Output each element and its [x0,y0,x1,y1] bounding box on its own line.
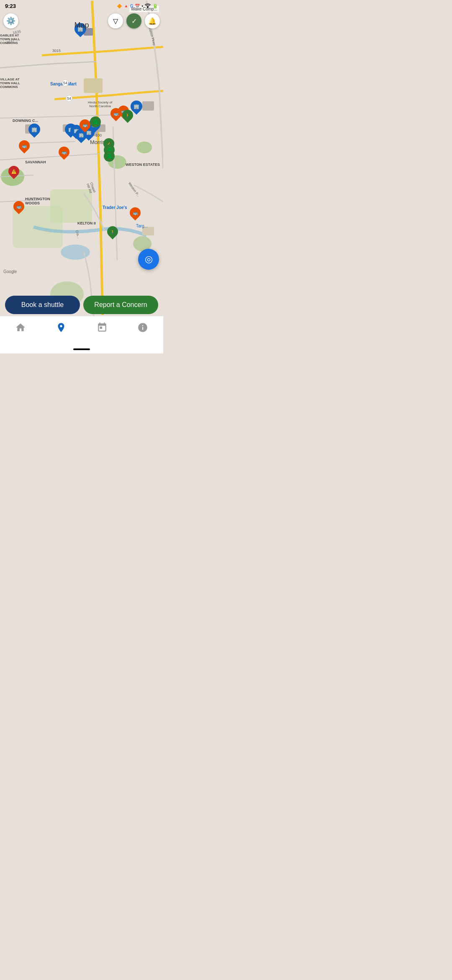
svg-rect-11 [142,101,154,111]
road-54b: 54 [66,95,72,102]
home-indicator [73,348,90,350]
nav-home[interactable] [0,320,41,337]
map-controls: ▽ ✓ 🔔 [108,13,160,28]
label-target: Targ... [136,224,148,228]
label-downing: DOWNING C... [13,119,38,123]
map-title: Map [74,21,89,30]
svg-point-2 [137,142,152,153]
label-weston: WESTON ESTATES [126,162,160,167]
info-icon [137,322,148,335]
road-3015: 3015 [52,49,61,53]
label-savannah: SAVANNAH [25,160,46,164]
wifi-icon [145,3,151,8]
status-bar: 9:23 🔶 🔺 G 📅 • 🔋 [0,0,163,12]
settings-button[interactable]: ⚙️ [3,13,18,28]
nav-info[interactable] [123,320,164,337]
google-watermark: Google [3,269,17,274]
location-icon: ◎ [145,254,153,265]
calendar-status-icon: 📅 [135,4,140,8]
filter-icon: ▽ [113,17,118,25]
road-54a: 54 [62,80,69,86]
road-100: 100 [95,133,102,137]
calendar-icon [97,322,108,335]
svg-rect-17 [84,78,103,93]
label-kelton: KELTON II [77,221,96,225]
google-icon: G [130,4,134,8]
home-icon [15,322,26,335]
label-huntington: HUNTINGTONWOODS [25,197,50,205]
bookmark-button[interactable]: ✓ [126,13,141,28]
notification-icon-1: 🔶 [117,4,122,8]
report-concern-button[interactable]: Report a Concern [83,296,158,314]
book-shuttle-button[interactable]: Book a shuttle [5,296,80,314]
location-button[interactable]: ◎ [138,249,159,270]
pin-tree-1[interactable]: 🌲 [90,116,101,127]
map-view[interactable]: GABLES ATTOWN HALLCOMMONS VILLAGE ATTOWN… [0,0,163,316]
area-label-village: VILLAGE ATTOWN HALLCOMMONS [0,77,20,89]
map-pin-icon [56,322,67,335]
battery-icon: 🔋 [152,3,158,9]
nav-schedule[interactable] [82,320,123,337]
notification-icon-2: 🔺 [123,4,128,8]
gear-icon: ⚙️ [6,16,15,26]
action-buttons-container: Book a shuttle Report a Concern [0,296,163,314]
bell-icon: 🔔 [148,17,157,25]
nav-map[interactable] [41,320,82,337]
pin-tree-3[interactable]: 🌲 [104,151,115,162]
check-icon: ✓ [131,17,137,25]
filter-button[interactable]: ▽ [108,13,123,28]
label-hindu: Hindu Society ofNorth Carolina [88,101,112,108]
notification-button[interactable]: 🔔 [145,13,160,28]
svg-rect-18 [142,227,154,235]
bottom-nav [0,316,163,353]
label-traderjoes: Trader Joe's [103,205,127,210]
dot-icon: • [141,4,143,8]
status-icons: 🔶 🔺 G 📅 • 🔋 [117,3,158,9]
status-time: 9:23 [5,3,16,9]
